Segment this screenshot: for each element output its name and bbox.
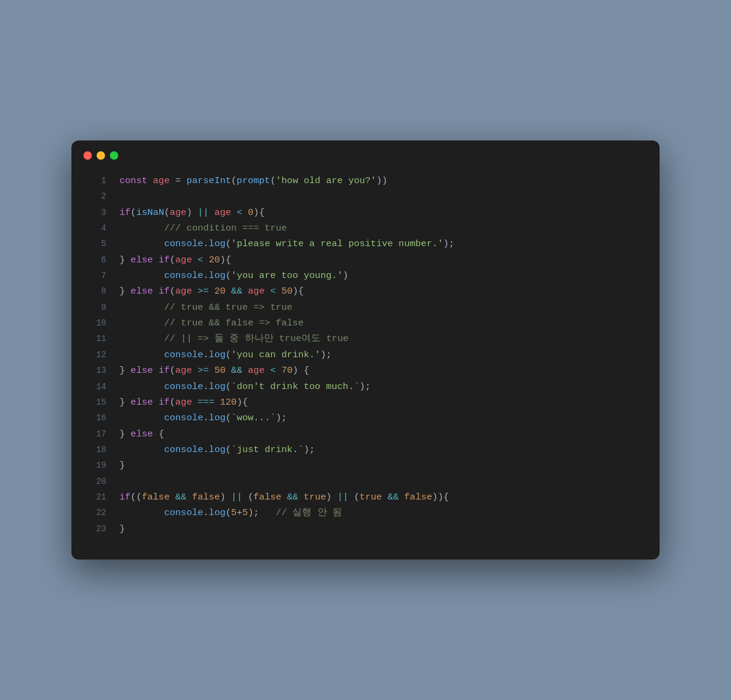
line-number: 5 bbox=[83, 237, 106, 252]
plain-token bbox=[281, 492, 287, 502]
line-number: 10 bbox=[83, 316, 106, 331]
minimize-button[interactable] bbox=[97, 151, 105, 160]
str-tpl-token: `don't drink too much.` bbox=[231, 381, 359, 392]
str-token: 'please write a real positive number.' bbox=[231, 238, 443, 249]
plain-token: ){ bbox=[253, 207, 265, 218]
line-content: console.log('you are too young.') bbox=[119, 268, 348, 283]
code-line: 11 // || => 둘 중 하나만 true여도 true bbox=[71, 331, 660, 346]
code-line: 20 bbox=[71, 474, 660, 489]
line-number: 2 bbox=[83, 190, 106, 204]
code-line: 15} else if(age === 120){ bbox=[71, 394, 660, 410]
line-number: 13 bbox=[83, 364, 106, 378]
fn-token: parseInt bbox=[187, 175, 231, 186]
plain-token: ) bbox=[326, 492, 337, 502]
plain-token bbox=[119, 318, 164, 328]
plain-token: ){ bbox=[292, 286, 304, 297]
line-number: 19 bbox=[83, 459, 106, 473]
plain-token: ); bbox=[444, 238, 455, 249]
plain-token bbox=[192, 365, 197, 376]
plain-token: ( bbox=[242, 492, 254, 502]
close-button[interactable] bbox=[83, 151, 92, 160]
plain-token bbox=[242, 286, 248, 297]
plain-token bbox=[242, 207, 248, 218]
line-content: /// condition === true bbox=[119, 220, 287, 236]
line-number: 11 bbox=[83, 332, 106, 346]
maximize-button[interactable] bbox=[110, 151, 118, 160]
str-tpl-token: `just drink.` bbox=[231, 444, 304, 455]
plain-token: ); bbox=[304, 444, 315, 455]
plain-token: ( bbox=[170, 397, 175, 408]
plain-token: ){ bbox=[220, 255, 232, 265]
bool-token: false bbox=[192, 492, 220, 502]
code-line: 22 console.log(5+5); // 실행 안 됨 bbox=[71, 505, 660, 520]
bool-token: true bbox=[304, 492, 326, 502]
plain-token: ); bbox=[248, 507, 276, 518]
op-token: && bbox=[231, 365, 242, 376]
plain-token bbox=[170, 492, 175, 502]
line-content: console.log('you can drink.'); bbox=[119, 347, 332, 363]
op-token: || bbox=[231, 492, 242, 502]
plain-token bbox=[226, 286, 231, 297]
plain-token: ( bbox=[226, 270, 231, 281]
plain-token bbox=[226, 365, 231, 376]
line-content: } else if(age === 120){ bbox=[119, 394, 248, 410]
num-token: 20 bbox=[214, 286, 226, 297]
plain-token bbox=[119, 223, 164, 234]
fn-token: log bbox=[209, 270, 226, 281]
op-token: || bbox=[337, 492, 349, 502]
plain-token: )){ bbox=[432, 492, 449, 502]
plain-token bbox=[192, 397, 197, 408]
var-token: age bbox=[175, 286, 192, 297]
kw-token: if bbox=[158, 255, 170, 265]
line-content: console.log(`don't drink too much.`); bbox=[119, 379, 371, 394]
plain-token: } bbox=[119, 365, 131, 376]
var-token: age bbox=[153, 175, 170, 186]
op-token: >= bbox=[197, 286, 209, 297]
line-content: } else if(age >= 50 && age < 70) { bbox=[119, 363, 309, 378]
plain-token bbox=[203, 255, 209, 265]
plain-token: . bbox=[203, 412, 209, 423]
plain-token: ( bbox=[226, 444, 231, 455]
num-token: 0 bbox=[248, 207, 253, 218]
plain-token: ); bbox=[276, 412, 287, 423]
plain-token: ) bbox=[220, 492, 231, 502]
plain-token: ( bbox=[226, 381, 231, 392]
line-number: 8 bbox=[83, 285, 106, 299]
op-token: === bbox=[197, 397, 214, 408]
plain-token bbox=[265, 365, 270, 376]
code-line: 3if(isNaN(age) || age < 0){ bbox=[71, 205, 660, 220]
line-number: 23 bbox=[83, 522, 106, 537]
plain-token: } bbox=[119, 255, 131, 265]
fn-token: console bbox=[164, 507, 203, 518]
line-content: if(isNaN(age) || age < 0){ bbox=[119, 205, 265, 220]
plain-token bbox=[119, 412, 164, 423]
plain-token bbox=[231, 207, 236, 218]
var-token: age bbox=[175, 365, 192, 376]
plain-token: . bbox=[203, 270, 209, 281]
code-editor: 1const age = parseInt(prompt('how old ar… bbox=[71, 168, 660, 542]
code-line: 13} else if(age >= 50 && age < 70) { bbox=[71, 363, 660, 378]
line-content: console.log(`wow...`); bbox=[119, 410, 287, 426]
kw-token: if bbox=[119, 207, 131, 218]
plain-token: { bbox=[153, 429, 164, 439]
op-token: < bbox=[270, 286, 275, 297]
num-token: 5 bbox=[242, 507, 248, 518]
plain-token bbox=[119, 238, 164, 249]
plain-token: ( bbox=[226, 238, 231, 249]
kw-token: if bbox=[119, 492, 131, 502]
var-token: age bbox=[248, 365, 265, 376]
plain-token bbox=[209, 286, 214, 297]
code-line: 18 console.log(`just drink.`); bbox=[71, 442, 660, 457]
cmt-token: /// condition === true bbox=[164, 223, 287, 234]
line-content: // true && true => true bbox=[119, 300, 292, 315]
line-number: 12 bbox=[83, 348, 106, 363]
num-token: 50 bbox=[214, 365, 226, 376]
op-token: && bbox=[287, 492, 298, 502]
str-token: 'how old are you?' bbox=[275, 175, 376, 186]
fn-token: console bbox=[164, 381, 203, 392]
code-line: 7 console.log('you are too young.') bbox=[71, 268, 660, 283]
bool-token: false bbox=[142, 492, 170, 502]
plain-token bbox=[119, 349, 164, 360]
plain-token: ( bbox=[170, 255, 175, 265]
line-number: 6 bbox=[83, 253, 106, 268]
